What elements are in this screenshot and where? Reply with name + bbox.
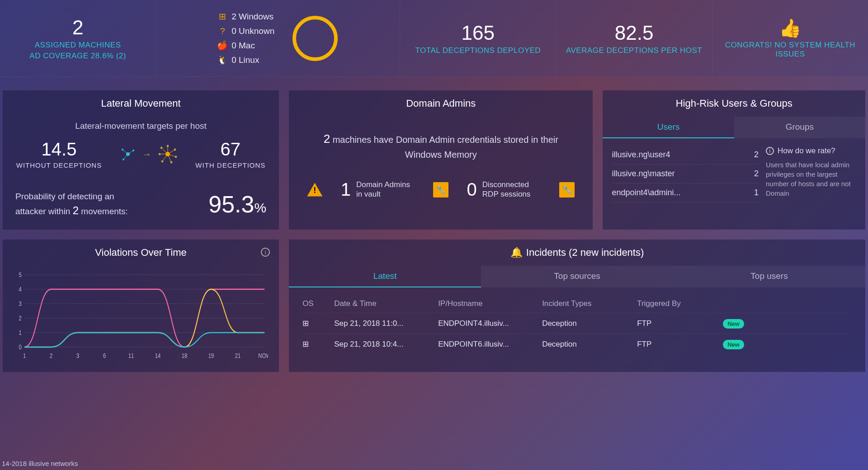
top-stats-bar: 2 ASSIGNED MACHINES AD COVERAGE 28.6% (2… [0,0,868,77]
svg-text:4: 4 [19,286,21,293]
svg-text:2: 2 [19,315,21,322]
mac-icon: 🍎 [218,41,227,50]
incidents-table-header: OS Date & Time IP/Hostname Incident Type… [302,295,852,313]
linux-icon: 🐧 [218,56,227,65]
probability-text: Probability of detecting an attacker wit… [15,191,133,218]
system-health-card: 👍 CONGRATS! NO SYSTEM HEALTH ISSUES [712,0,868,76]
assigned-label: ASSIGNED MACHINES [35,41,121,50]
domain-admins-panel: Domain Admins 2 machines have Domain Adm… [289,90,593,230]
svg-line-19 [162,154,168,161]
list-item[interactable]: illusive.ng\master2 [612,164,759,183]
new-badge: New [723,319,744,329]
svg-text:5: 5 [19,272,21,278]
arrow-right-icon: → [142,149,151,160]
lateral-movement-panel: Lateral Movement Lateral-movement target… [3,90,279,230]
os-linux-count: 0 Linux [231,55,259,65]
info-icon: i [766,147,774,155]
svg-text:3: 3 [19,301,21,307]
without-deceptions-label: WITHOUT DECEPTIONS [16,161,102,169]
thumbs-up-icon: 👍 [779,18,802,39]
svg-text:NOW: NOW [258,352,268,359]
svg-line-16 [168,150,175,154]
lateral-subtitle: Lateral-movement targets per host [3,121,279,131]
high-risk-user-list: illusive.ng\user42 illusive.ng\master2 e… [612,146,759,202]
svg-text:14: 14 [155,352,161,359]
avg-deceptions-value: 82.5 [615,22,654,44]
without-deceptions-value: 14.5 [16,139,102,160]
os-mac-count: 0 Mac [231,41,255,51]
new-badge: New [723,340,744,349]
violations-title: Violations Over Time [95,247,187,258]
windows-icon: ⊞ [218,12,227,21]
svg-text:21: 21 [235,352,241,359]
os-ring-chart [292,16,338,61]
lateral-title: Lateral Movement [3,90,279,117]
svg-line-21 [161,148,168,154]
high-risk-panel: High-Risk Users & Groups Users Groups il… [603,90,865,230]
system-health-label: CONGRATS! NO SYSTEM HEALTH ISSUES [717,41,863,59]
tab-top-users[interactable]: Top users [673,266,865,287]
svg-line-5 [128,150,133,154]
assigned-machines-card: 2 ASSIGNED MACHINES AD COVERAGE 28.6% (2… [0,0,156,76]
fix-vault-button[interactable]: 🔧 [433,182,448,197]
svg-text:3: 3 [76,352,79,359]
domain-admins-message: 2 machines have Domain Admin credentials… [289,117,593,170]
network-small-icon [120,146,136,162]
os-breakdown-card: ⊞2 Windows ?0 Unknown 🍎0 Mac 🐧0 Linux [156,0,400,76]
unknown-icon: ? [218,27,227,36]
list-item[interactable]: illusive.ng\user42 [612,146,759,164]
rate-explanation: Users that have local admin privileges o… [766,160,856,198]
svg-text:6: 6 [103,352,106,359]
probability-value: 95.3% [208,191,266,218]
svg-text:11: 11 [128,352,134,359]
total-deceptions-value: 165 [462,22,495,44]
assigned-count: 2 [72,16,83,39]
avg-deceptions-label: AVERAGE DECEPTIONS PER HOST [566,46,702,55]
svg-text:18: 18 [182,352,188,359]
info-icon[interactable]: i [261,248,270,257]
with-deceptions-value: 67 [195,139,265,160]
ad-coverage-label: AD COVERAGE 28.6% (2) [29,52,126,61]
fix-rdp-button[interactable]: 🔧 [559,182,575,197]
windows-icon: ⊞ [302,319,311,327]
table-row[interactable]: ⊞ Sep 21, 2018 11:0... ENDPOINT4.illusiv… [302,313,852,334]
rdp-label: Disconnected RDP sessions [482,180,541,199]
svg-text:19: 19 [208,352,214,359]
table-row[interactable]: ⊞ Sep 21, 2018 10:4... ENDPOINT6.illusiv… [302,334,852,354]
footer-copyright: 14-2018 illusive networks [2,460,78,467]
bell-icon: 🔔 [510,247,523,258]
incidents-panel: 🔔Incidents (2 new incidents) Latest Top … [289,240,865,372]
incidents-title: Incidents (2 new incidents) [526,247,644,258]
total-deceptions-card: 165 TOTAL DECEPTIONS DEPLOYED [400,0,556,76]
svg-text:2: 2 [50,352,52,359]
vault-label: Domain Admins in vault [356,180,415,199]
tab-latest[interactable]: Latest [289,266,481,287]
warning-icon [307,183,322,197]
tab-groups[interactable]: Groups [734,117,865,138]
with-deceptions-label: WITH DECEPTIONS [195,161,265,169]
os-windows-count: 2 Windows [231,12,274,22]
tab-top-sources[interactable]: Top sources [481,266,673,287]
avg-deceptions-card: 82.5 AVERAGE DECEPTIONS PER HOST [556,0,712,76]
list-item[interactable]: endpoint4\admini...1 [612,183,759,202]
svg-line-6 [123,154,128,160]
svg-text:1: 1 [23,352,26,359]
high-risk-title: High-Risk Users & Groups [603,90,865,117]
os-unknown-count: 0 Unknown [231,26,274,36]
windows-icon: ⊞ [302,339,311,348]
vault-count: 1 [341,179,351,200]
tab-users[interactable]: Users [603,117,734,138]
network-large-icon [158,144,178,164]
svg-line-4 [123,150,128,154]
domain-admins-title: Domain Admins [289,90,593,117]
svg-text:1: 1 [19,329,21,336]
violations-chart: 01234512361114181921NOW [3,266,279,372]
total-deceptions-label: TOTAL DECEPTIONS DEPLOYED [415,46,541,55]
violations-panel: Violations Over Timei 012345123611141819… [3,240,279,372]
svg-text:0: 0 [19,344,21,351]
rdp-count: 0 [467,179,477,200]
lateral-icons: → [120,144,178,164]
rate-question: How do we rate? [778,146,835,156]
